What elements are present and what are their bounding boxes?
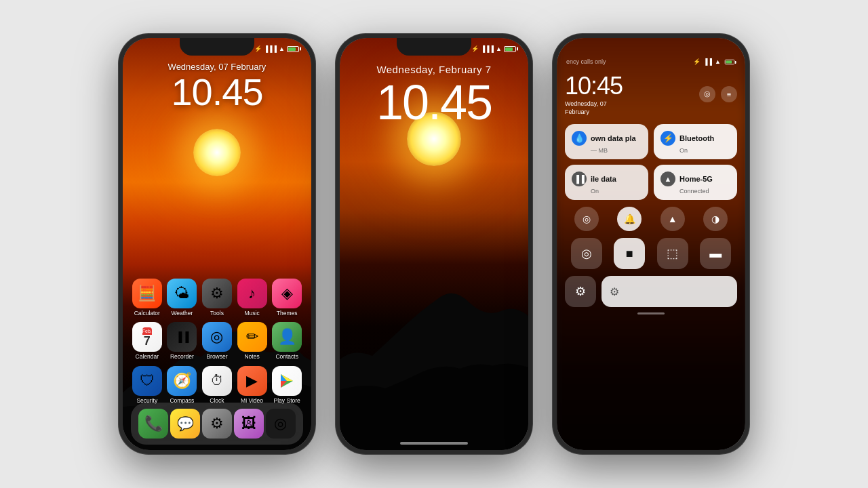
app-playstore[interactable]: Play Store	[271, 366, 303, 404]
record-action-btn[interactable]: ■	[614, 238, 645, 269]
ctrl-signal-icon: ▐▐	[703, 58, 712, 65]
lockscreen-time: 10.45	[340, 78, 528, 127]
playstore-icon[interactable]	[272, 366, 302, 396]
app-compass[interactable]: 🧭 Compass	[165, 366, 198, 404]
location-btn[interactable]: ◎	[574, 207, 599, 231]
ctrl-date: Wednesday, 07 February	[565, 100, 623, 116]
app-tools[interactable]: ⚙ Tools	[201, 279, 233, 317]
phone-homescreen: ⚡ ▐▐▐ ▲ Wednesday, 07 February 10.45 🧮 C…	[119, 34, 315, 454]
ctrl-time-area: 10:45 Wednesday, 07 February ◎ ≡	[565, 72, 737, 116]
phone-control-center: ency calls only ⚡ ▐▐ ▲ 10:45 Wednesday, …	[553, 34, 749, 454]
recorder-label: Recorder	[170, 354, 194, 360]
mobile-data-tile[interactable]: ▐▐ ile data On	[565, 165, 648, 200]
recorder-icon[interactable]: ▐▐	[167, 322, 197, 352]
data-tile-subtitle: — MB	[572, 147, 642, 154]
ctrl-bt-icon: ⚡	[693, 58, 701, 65]
data-tile-header: 💧 own data pla	[572, 131, 642, 146]
browser-icon[interactable]: ◎	[202, 322, 232, 352]
small-icon-row: ◎ 🔔 ▲ ◑	[565, 207, 737, 231]
display-action-btn[interactable]: ▬	[700, 238, 731, 269]
app-recorder[interactable]: ▐▐ Recorder	[165, 322, 198, 360]
sun-graphic	[193, 129, 241, 176]
crop-action-btn[interactable]: ⬚	[657, 238, 688, 269]
contacts-label: Contacts	[275, 354, 298, 360]
music-label: Music	[244, 310, 259, 317]
browser-label: Browser	[206, 354, 227, 360]
dock-phone[interactable]: 📞	[138, 409, 168, 439]
settings-row: ⚙ ⚙	[565, 276, 737, 307]
ctrl-calls-text: ency calls only	[566, 58, 606, 65]
app-calendar[interactable]: Feb. 7 Calendar	[131, 322, 163, 360]
scroll-indicator	[637, 312, 665, 314]
toggle-grid: 💧 own data pla — MB ⚡ Bluetooth On	[565, 124, 737, 200]
ctrl-header-buttons: ◎ ≡	[699, 86, 737, 102]
security-icon[interactable]: 🛡	[132, 366, 162, 396]
navigation-btn[interactable]: ▲	[660, 207, 685, 231]
app-contacts[interactable]: 👤 Contacts	[271, 322, 303, 360]
wifi-icon: ▲	[279, 45, 285, 52]
app-row-1: 🧮 Calculator 🌤 Weather ⚙ Tools ♪ Music ◈	[130, 279, 304, 317]
location-action-btn[interactable]: ◎	[571, 238, 602, 269]
ctrl-target-btn[interactable]: ◎	[699, 86, 715, 102]
app-browser[interactable]: ◎ Browser	[201, 322, 233, 360]
themes-icon[interactable]: ◈	[272, 279, 302, 308]
app-clock[interactable]: ⏱ Clock	[201, 366, 233, 404]
mobile-tile-title: ile data	[591, 175, 642, 183]
app-security[interactable]: 🛡 Security	[131, 366, 163, 404]
bt-icon-lock: ⚡	[471, 45, 479, 52]
bluetooth-tile[interactable]: ⚡ Bluetooth On	[654, 124, 737, 159]
music-icon[interactable]: ♪	[237, 279, 267, 308]
app-row-3: 🛡 Security 🧭 Compass ⏱ Clock ▶ Mi Video	[130, 366, 304, 404]
app-music[interactable]: ♪ Music	[236, 279, 269, 317]
mobile-tile-icon: ▐▐	[572, 171, 587, 186]
bluetooth-status-icon: ⚡	[254, 45, 262, 52]
app-themes[interactable]: ◈ Themes	[271, 279, 303, 317]
app-weather[interactable]: 🌤 Weather	[165, 279, 198, 317]
contacts-icon[interactable]: 👤	[272, 322, 302, 352]
app-calculator[interactable]: 🧮 Calculator	[131, 279, 163, 317]
bt-tile-header: ⚡ Bluetooth	[660, 131, 730, 146]
battery-icon	[287, 46, 299, 52]
mivideo-icon[interactable]: ▶	[237, 366, 267, 396]
app-mivideo[interactable]: ▶ Mi Video	[236, 366, 269, 404]
ctrl-time-date: 10:45 Wednesday, 07 February	[565, 72, 623, 116]
wifi-tile[interactable]: ▲ Home-5G Connected	[654, 165, 737, 200]
wifi-tile-subtitle: Connected	[660, 188, 730, 195]
phone-lockscreen: ⚡ ▐▐▐ ▲ Wednesday, February 7 10.45	[336, 34, 532, 454]
tools-icon[interactable]: ⚙	[202, 279, 232, 308]
dnd-btn[interactable]: ◑	[703, 207, 728, 231]
app-grid: 🧮 Calculator 🌤 Weather ⚙ Tools ♪ Music ◈	[123, 279, 311, 409]
ctrl-menu-btn[interactable]: ≡	[721, 86, 737, 102]
calculator-icon[interactable]: 🧮	[132, 279, 162, 308]
dock: 📞 💬 ⚙ 🖼 ◎	[131, 403, 303, 445]
dock-gallery[interactable]: 🖼	[234, 409, 264, 439]
battery-icon-lock	[504, 46, 516, 52]
status-right: ⚡ ▐▐▐ ▲	[254, 45, 299, 52]
signal-icon-lock: ▐▐▐	[481, 45, 494, 52]
notes-icon[interactable]: ✏	[237, 322, 267, 352]
homescreen-time: 10.45	[123, 73, 311, 111]
clock-icon[interactable]: ⏱	[202, 366, 232, 396]
lockscreen-date: Wednesday, February 7	[340, 64, 528, 75]
data-tile-icon: 💧	[572, 131, 587, 146]
app-row-2: Feb. 7 Calendar ▐▐ Recorder ◎ Browser ✏	[130, 322, 304, 360]
bt-tile-icon: ⚡	[660, 131, 675, 146]
compass-icon[interactable]: 🧭	[167, 366, 197, 396]
dock-messages[interactable]: 💬	[170, 409, 200, 439]
notification-btn[interactable]: 🔔	[617, 207, 642, 231]
wifi-tile-header: ▲ Home-5G	[660, 171, 730, 186]
app-notes[interactable]: ✏ Notes	[236, 322, 269, 360]
weather-label: Weather	[171, 310, 193, 317]
notes-label: Notes	[244, 354, 259, 360]
tools-label: Tools	[210, 310, 224, 317]
calendar-icon[interactable]: Feb. 7	[132, 322, 162, 352]
data-tile[interactable]: 💧 own data pla — MB	[565, 124, 648, 159]
settings-wide-btn[interactable]: ⚙	[601, 276, 737, 307]
ctrl-wifi-icon: ▲	[715, 58, 721, 65]
dock-settings[interactable]: ⚙	[202, 409, 232, 439]
settings-small-btn[interactable]: ⚙	[565, 276, 596, 307]
dock-camera[interactable]: ◎	[266, 409, 296, 439]
mobile-tile-subtitle: On	[572, 188, 642, 195]
themes-label: Themes	[277, 310, 298, 317]
weather-icon[interactable]: 🌤	[167, 279, 197, 308]
